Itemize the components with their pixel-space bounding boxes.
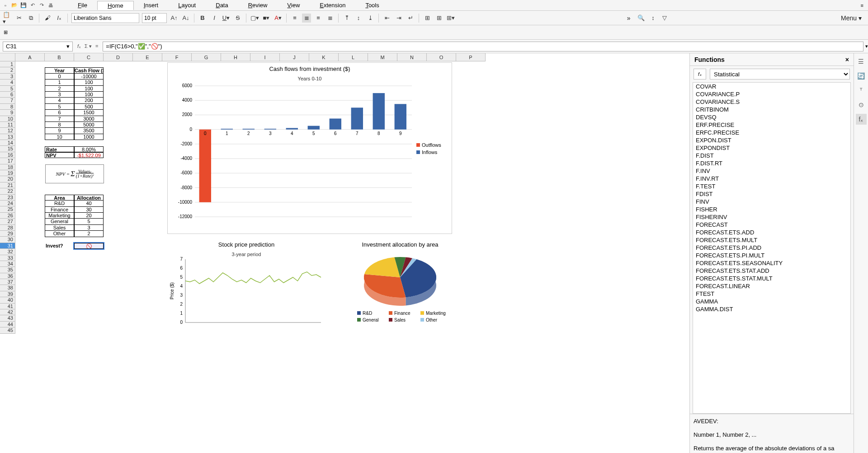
valign-bot-icon[interactable]: ⤓	[366, 14, 375, 23]
sort-icon[interactable]: ↕	[648, 14, 657, 23]
cell-B10[interactable]: 7	[45, 116, 74, 122]
menu-data[interactable]: Data	[206, 1, 238, 10]
col-header[interactable]: B	[45, 53, 74, 61]
strike-icon[interactable]: S	[233, 14, 242, 23]
cell-C23[interactable]: Allocation	[74, 195, 104, 201]
function-item[interactable]: GAMMA.DIST	[693, 305, 850, 313]
cell-B27[interactable]: General	[45, 219, 74, 224]
function-item[interactable]: FISHERINV	[693, 213, 850, 221]
row-header[interactable]: 8	[0, 104, 15, 110]
cell-C26[interactable]: 20	[74, 213, 104, 219]
function-category-select[interactable]: Statistical	[710, 69, 850, 79]
cell-B2[interactable]: Year	[45, 67, 74, 73]
cell-C9[interactable]: 1500	[74, 110, 104, 116]
row-header[interactable]: 39	[0, 291, 15, 297]
redo-icon[interactable]: ↷	[38, 2, 45, 9]
col-header[interactable]: P	[456, 53, 486, 61]
sum-icon[interactable]: Σ ▾	[85, 43, 92, 49]
row-header[interactable]: 11	[0, 122, 15, 128]
row-header[interactable]: 12	[0, 128, 15, 134]
bold-icon[interactable]: B	[198, 14, 207, 23]
row-header[interactable]: 28	[0, 225, 15, 231]
row-header[interactable]: 43	[0, 315, 15, 321]
align-justify-icon[interactable]: ≣	[326, 14, 335, 23]
row-header[interactable]: 23	[0, 195, 15, 201]
close-icon[interactable]: ×	[845, 56, 849, 63]
paste-icon[interactable]: 📋▾	[3, 14, 12, 23]
row-header[interactable]: 18	[0, 164, 15, 170]
row-header[interactable]: 38	[0, 285, 15, 291]
col-header[interactable]: H	[221, 53, 250, 61]
row-header[interactable]: 9	[0, 110, 15, 116]
row-header[interactable]: 24	[0, 201, 15, 206]
row-header[interactable]: 34	[0, 261, 15, 267]
cell-C3[interactable]: -10000	[74, 74, 104, 79]
chart-cashflows[interactable]: Cash flows from investment ($) Years 0-1…	[167, 62, 452, 234]
font-size-input[interactable]	[142, 13, 167, 23]
row-header[interactable]: 6	[0, 92, 15, 98]
cell-B9[interactable]: 6	[45, 110, 74, 116]
cell-C5[interactable]: 100	[74, 86, 104, 92]
function-item[interactable]: FORECAST.ETS.ADD	[693, 229, 850, 236]
col-header[interactable]: J	[280, 53, 309, 61]
cell-B12[interactable]: 9	[45, 128, 74, 134]
row-header[interactable]: 22	[0, 188, 15, 194]
function-item[interactable]: F.INV.RT	[693, 175, 850, 182]
cell-B29[interactable]: Other	[45, 231, 74, 237]
merge-icon[interactable]: ⊞	[423, 14, 432, 23]
valign-top-icon[interactable]: ⤒	[342, 14, 351, 23]
decrease-font-icon[interactable]: A↓	[181, 14, 190, 23]
cell-B31[interactable]: Invest?	[45, 243, 74, 249]
function-item[interactable]: GAMMA	[693, 298, 850, 305]
fx-icon[interactable]: fₓ	[77, 43, 81, 49]
navigator-icon[interactable]: ⊙	[856, 99, 867, 110]
row-header[interactable]: 20	[0, 176, 15, 182]
cell-C28[interactable]: 3	[74, 225, 104, 231]
function-item[interactable]: F.DIST.RT	[693, 159, 850, 167]
col-header[interactable]: K	[309, 53, 339, 61]
row-header[interactable]: 14	[0, 140, 15, 146]
col-header[interactable]: N	[397, 53, 427, 61]
row-header[interactable]: 1	[0, 61, 15, 67]
row-header[interactable]: 4	[0, 79, 15, 85]
row-header[interactable]: 15	[0, 146, 15, 152]
cell-B5[interactable]: 2	[45, 86, 74, 92]
properties-icon[interactable]: ☰	[856, 56, 867, 67]
cell-C15[interactable]: 8.00%	[74, 146, 104, 152]
cell-C31[interactable]: 🚫	[74, 243, 104, 249]
cell-B6[interactable]: 3	[45, 92, 74, 98]
row-header[interactable]: 31	[0, 243, 15, 249]
styles-icon[interactable]: 🔄	[856, 70, 867, 81]
border-icon[interactable]: ▢▾	[250, 14, 259, 23]
cell-C27[interactable]: 5	[74, 219, 104, 224]
cell-C13[interactable]: 1000	[74, 134, 104, 140]
row-header[interactable]: 10	[0, 116, 15, 122]
cell-B25[interactable]: Finance	[45, 207, 74, 213]
cell-B24[interactable]: R&D	[45, 201, 74, 206]
cell-C25[interactable]: 30	[74, 207, 104, 213]
cell-C11[interactable]: 5000	[74, 122, 104, 128]
cell-C10[interactable]: 3000	[74, 116, 104, 122]
function-item[interactable]: ERFC.PRECISE	[693, 129, 850, 136]
cell-B26[interactable]: Marketing	[45, 213, 74, 219]
cell-B8[interactable]: 5	[45, 104, 74, 110]
function-item[interactable]: FORECAST.ETS.PI.MULT	[693, 252, 850, 259]
cell-B11[interactable]: 8	[45, 122, 74, 128]
select-all-corner[interactable]	[0, 53, 15, 61]
row-header[interactable]: 27	[0, 219, 15, 224]
row-header[interactable]: 16	[0, 152, 15, 158]
col-header[interactable]: F	[162, 53, 192, 61]
col-header[interactable]: M	[368, 53, 397, 61]
menu-home[interactable]: Home	[97, 1, 134, 10]
function-item[interactable]: F.TEST	[693, 182, 850, 190]
formula-expand-icon[interactable]: ▾	[865, 43, 868, 49]
hamburger-icon[interactable]: ≡	[858, 3, 866, 8]
cell-B4[interactable]: 1	[45, 79, 74, 85]
valign-mid-icon[interactable]: ↕	[354, 14, 363, 23]
insert-col-icon[interactable]: ⊞▾	[446, 14, 455, 23]
row-header[interactable]: 29	[0, 231, 15, 237]
row-header[interactable]: 40	[0, 297, 15, 303]
function-item[interactable]: FORECAST.ETS.STAT.MULT	[693, 275, 850, 282]
row-header[interactable]: 2	[0, 67, 15, 73]
align-center-icon[interactable]: ≣	[302, 14, 311, 23]
